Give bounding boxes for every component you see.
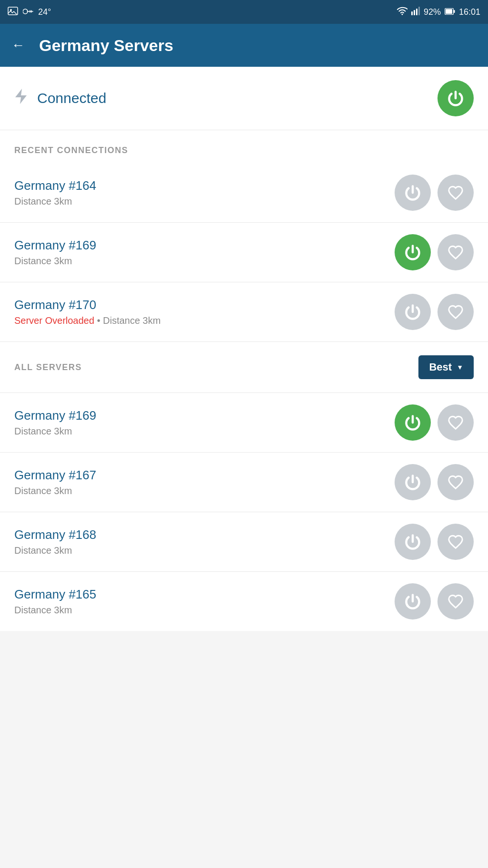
- chevron-down-icon: ▼: [457, 363, 463, 371]
- server-actions: [395, 404, 474, 441]
- power-button[interactable]: [395, 464, 431, 500]
- svg-rect-10: [454, 10, 455, 13]
- favorite-button[interactable]: [437, 404, 474, 441]
- server-actions: [395, 464, 474, 500]
- server-distance: Distance 3km: [14, 486, 395, 496]
- server-distance: Distance 3km: [14, 426, 395, 437]
- list-item: Germany #169 Distance 3km: [0, 223, 488, 282]
- battery-icon: [445, 7, 455, 17]
- server-name: Germany #169: [14, 238, 395, 253]
- status-bar-left: 24°: [8, 7, 51, 18]
- list-item: Germany #168 Distance 3km: [0, 512, 488, 572]
- server-name: Germany #165: [14, 587, 395, 602]
- svg-point-3: [401, 13, 403, 15]
- server-info: Germany #164 Distance 3km: [14, 178, 395, 207]
- lightning-icon: [14, 88, 28, 109]
- main-power-button[interactable]: [437, 80, 474, 116]
- list-item: Germany #165 Distance 3km: [0, 572, 488, 631]
- server-actions: [395, 583, 474, 620]
- server-name: Germany #169: [14, 408, 395, 423]
- favorite-button[interactable]: [437, 234, 474, 270]
- server-info: Germany #169 Distance 3km: [14, 408, 395, 437]
- recent-connections-header: RECENT CONNECTIONS: [0, 130, 488, 163]
- favorite-button[interactable]: [437, 294, 474, 330]
- status-bar: 24° 92% 16:01: [0, 0, 488, 24]
- list-item: Germany #164 Distance 3km: [0, 163, 488, 223]
- server-info: Germany #165 Distance 3km: [14, 587, 395, 616]
- power-button[interactable]: [395, 583, 431, 620]
- svg-rect-7: [418, 7, 420, 15]
- all-servers-header: ALL SERVERS Best ▼: [0, 342, 488, 393]
- server-info: Germany #170 Server Overloaded • Distanc…: [14, 298, 395, 326]
- overloaded-label: Server Overloaded: [14, 315, 94, 326]
- server-name: Germany #164: [14, 178, 395, 193]
- server-distance: Server Overloaded • Distance 3km: [14, 315, 395, 326]
- page-title: Germany Servers: [39, 36, 173, 55]
- server-actions: [395, 175, 474, 211]
- server-info: Germany #168 Distance 3km: [14, 527, 395, 556]
- power-button[interactable]: [395, 404, 431, 441]
- temperature: 24°: [38, 7, 51, 17]
- status-bar-right: 92% 16:01: [397, 7, 480, 18]
- key-icon: [23, 7, 33, 17]
- server-name: Germany #170: [14, 298, 395, 312]
- svg-rect-9: [446, 9, 452, 14]
- signal-icon: [411, 7, 420, 18]
- server-distance: Distance 3km: [14, 256, 395, 267]
- sort-button[interactable]: Best ▼: [418, 355, 474, 379]
- server-actions: [395, 234, 474, 270]
- time-display: 16:01: [459, 7, 480, 17]
- server-distance: Distance 3km: [14, 545, 395, 556]
- connection-left: Connected: [14, 88, 106, 109]
- back-button[interactable]: ←: [11, 38, 25, 53]
- svg-rect-6: [416, 9, 417, 15]
- server-actions: [395, 294, 474, 330]
- list-item: Germany #167 Distance 3km: [0, 453, 488, 512]
- all-servers-label: ALL SERVERS: [14, 362, 82, 372]
- power-button[interactable]: [395, 524, 431, 560]
- favorite-button[interactable]: [437, 175, 474, 211]
- favorite-button[interactable]: [437, 464, 474, 500]
- svg-rect-4: [411, 11, 413, 15]
- favorite-button[interactable]: [437, 583, 474, 620]
- server-info: Germany #167 Distance 3km: [14, 468, 395, 496]
- server-distance: Distance 3km: [14, 196, 395, 207]
- battery-percent: 92%: [424, 7, 441, 17]
- list-item: Germany #169 Distance 3km: [0, 393, 488, 453]
- power-button[interactable]: [395, 175, 431, 211]
- list-item: Germany #170 Server Overloaded • Distanc…: [0, 282, 488, 342]
- power-button[interactable]: [395, 234, 431, 270]
- image-icon: [8, 7, 18, 18]
- server-name: Germany #167: [14, 468, 395, 483]
- server-actions: [395, 524, 474, 560]
- svg-rect-5: [414, 10, 415, 15]
- connection-status-text: Connected: [37, 90, 106, 106]
- server-info: Germany #169 Distance 3km: [14, 238, 395, 267]
- connection-area: Connected: [0, 67, 488, 130]
- server-distance: Distance 3km: [14, 605, 395, 616]
- power-button[interactable]: [395, 294, 431, 330]
- server-name: Germany #168: [14, 527, 395, 542]
- nav-bar: ← Germany Servers: [0, 24, 488, 67]
- favorite-button[interactable]: [437, 524, 474, 560]
- wifi-icon: [397, 7, 407, 18]
